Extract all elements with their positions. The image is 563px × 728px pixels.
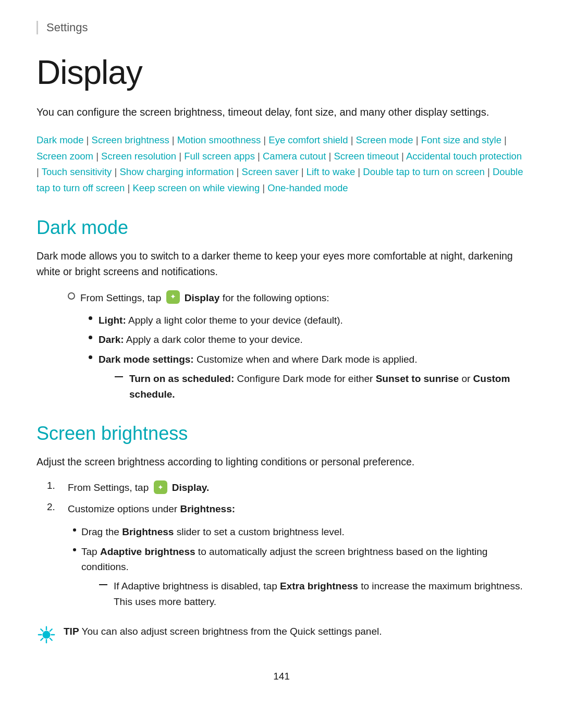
svg-point-0 — [42, 631, 50, 639]
screen-brightness-section: Screen brightness Adjust the screen brig… — [36, 423, 527, 645]
dark-mode-section: Dark mode Dark mode allows you to switch… — [36, 217, 527, 402]
for-options-label: for the following options: — [223, 292, 329, 303]
brightness-slider-option: Drag the Brightness slider to set a cust… — [36, 524, 527, 539]
brightness-bold: Brightness — [122, 526, 174, 537]
dot-bullet-icon-3 — [89, 355, 92, 359]
dark-mode-sub-option: Turn on as scheduled: Configure Dark mod… — [73, 371, 527, 402]
dark-mode-intro: Dark mode allows you to switch to a dark… — [36, 248, 527, 279]
settings-label: Settings — [46, 21, 88, 34]
dash-icon — [115, 376, 123, 377]
dark-mode-title: Dark mode — [36, 217, 527, 239]
nested-dot-icon-1 — [73, 528, 76, 532]
toc-sep-9: | — [255, 151, 263, 162]
circle-bullet-icon — [68, 292, 75, 300]
toc-sep-3: | — [261, 134, 268, 145]
light-label: Light: — [99, 315, 126, 326]
tip-sun-icon — [36, 625, 56, 645]
toc-link-motion-smoothness[interactable]: Motion smoothness — [177, 134, 261, 145]
toc-link-screen-mode[interactable]: Screen mode — [356, 134, 413, 145]
adaptive-brightness-text: Tap Adaptive brightness to automatically… — [81, 544, 527, 575]
toc-sep-1: | — [83, 134, 91, 145]
toc-link-camera-cutout[interactable]: Camera cutout — [263, 151, 326, 162]
step2-pre: Customize options under — [68, 503, 177, 514]
page-intro: You can configure the screen brightness,… — [36, 104, 527, 120]
dark-mode-settings-label: Dark mode settings: — [99, 354, 194, 365]
tip-label: TIP — [64, 626, 79, 637]
toc-link-double-tap-on[interactable]: Double tap to turn on screen — [363, 166, 484, 177]
toc-link-font-size[interactable]: Font size and style — [421, 134, 501, 145]
toc-sep-11: | — [399, 151, 406, 162]
toc-sep-17: | — [485, 166, 493, 177]
dark-mode-from-settings: From Settings, tap Display for the follo… — [47, 290, 527, 305]
display-settings-icon — [166, 290, 180, 304]
toc-sep-18: | — [125, 182, 132, 193]
light-option-text: Light: Apply a light color theme to your… — [99, 313, 343, 328]
toc-sep-6: | — [501, 134, 507, 145]
toc-link-screen-resolution[interactable]: Screen resolution — [101, 151, 176, 162]
toc-link-full-screen-apps[interactable]: Full screen apps — [184, 151, 255, 162]
svg-line-6 — [50, 638, 52, 640]
toc-link-dark-mode[interactable]: Dark mode — [36, 134, 83, 145]
toc-sep-13: | — [112, 166, 119, 177]
step-2-text: Customize options under Brightness: — [68, 501, 235, 517]
toc-links: Dark mode | Screen brightness | Motion s… — [36, 132, 527, 196]
dark-mode-option-settings: Dark mode settings: Customize when and w… — [63, 352, 527, 367]
turn-on-scheduled-text: Turn on as scheduled: Configure Dark mod… — [129, 371, 527, 402]
toc-link-screen-saver[interactable]: Screen saver — [242, 166, 299, 177]
dot-bullet-icon-2 — [89, 336, 92, 339]
tip-content: You can also adjust screen brightness fr… — [82, 626, 382, 637]
page-title: Display — [36, 53, 527, 92]
toc-sep-14: | — [234, 166, 241, 177]
toc-link-keep-screen-on[interactable]: Keep screen on while viewing — [132, 182, 260, 193]
toc-sep-16: | — [355, 166, 363, 177]
screen-brightness-title: Screen brightness — [36, 423, 527, 445]
display-icon-brightness — [154, 480, 167, 494]
toc-link-show-charging[interactable]: Show charging information — [119, 166, 234, 177]
toc-sep-8: | — [176, 151, 184, 162]
step-1-text: From Settings, tap Display. — [68, 480, 209, 496]
sub-dash-icon — [99, 584, 107, 585]
dark-mode-option-dark: Dark: Apply a dark color theme to your d… — [63, 332, 527, 347]
extra-brightness-option: If Adaptive brightness is disabled, tap … — [36, 578, 527, 609]
step1-display-label: Display. — [172, 482, 209, 493]
settings-header: Settings — [36, 21, 527, 34]
adaptive-brightness-option: Tap Adaptive brightness to automatically… — [36, 544, 527, 575]
toc-link-touch-sensitivity[interactable]: Touch sensitivity — [42, 166, 112, 177]
dark-label: Dark: — [99, 334, 124, 345]
toc-sep-7: | — [93, 151, 101, 162]
step2-brightness-label: Brightness: — [180, 503, 235, 514]
toc-sep-15: | — [299, 166, 307, 177]
screen-brightness-step1: 1. From Settings, tap Display. — [36, 480, 527, 496]
toc-sep-10: | — [326, 151, 334, 162]
brightness-slider-text: Drag the Brightness slider to set a cust… — [81, 524, 345, 539]
toc-sep-2: | — [169, 134, 177, 145]
dark-mode-settings-text: Dark mode settings: Customize when and w… — [99, 352, 417, 367]
toc-sep-4: | — [348, 134, 356, 145]
page-number: 141 — [36, 671, 527, 682]
display-bold-label: Display — [185, 292, 220, 303]
step-1-number: 1. — [47, 480, 63, 491]
tip-text: TIP You can also adjust screen brightnes… — [64, 624, 382, 639]
toc-link-eye-comfort[interactable]: Eye comfort shield — [268, 134, 348, 145]
toc-link-accidental-touch[interactable]: Accidental touch protection — [406, 151, 522, 162]
toc-link-lift-to-wake[interactable]: Lift to wake — [307, 166, 356, 177]
step1-pre: From Settings, tap — [68, 482, 149, 493]
from-settings-label: From Settings, tap — [80, 292, 161, 303]
dark-option-text: Dark: Apply a dark color theme to your d… — [99, 332, 303, 347]
toc-link-screen-brightness[interactable]: Screen brightness — [92, 134, 169, 145]
sunset-to-sunrise-label: Sunset to sunrise — [376, 373, 459, 384]
toc-sep-5: | — [413, 134, 421, 145]
dot-bullet-icon — [89, 316, 92, 320]
toc-link-one-handed-mode[interactable]: One-handed mode — [267, 182, 348, 193]
toc-sep-12: | — [36, 166, 42, 177]
nested-dot-icon-2 — [73, 548, 76, 551]
svg-line-7 — [50, 630, 52, 632]
screen-brightness-step2: 2. Customize options under Brightness: — [36, 501, 527, 517]
toc-sep-19: | — [260, 182, 267, 193]
toc-link-screen-zoom[interactable]: Screen zoom — [36, 151, 93, 162]
dark-mode-option-light: Light: Apply a light color theme to your… — [63, 313, 527, 328]
extra-brightness-bold: Extra brightness — [280, 581, 358, 591]
toc-link-screen-timeout[interactable]: Screen timeout — [334, 151, 398, 162]
dark-mode-from-settings-text: From Settings, tap Display for the follo… — [80, 290, 329, 305]
adaptive-brightness-bold: Adaptive brightness — [100, 546, 195, 557]
